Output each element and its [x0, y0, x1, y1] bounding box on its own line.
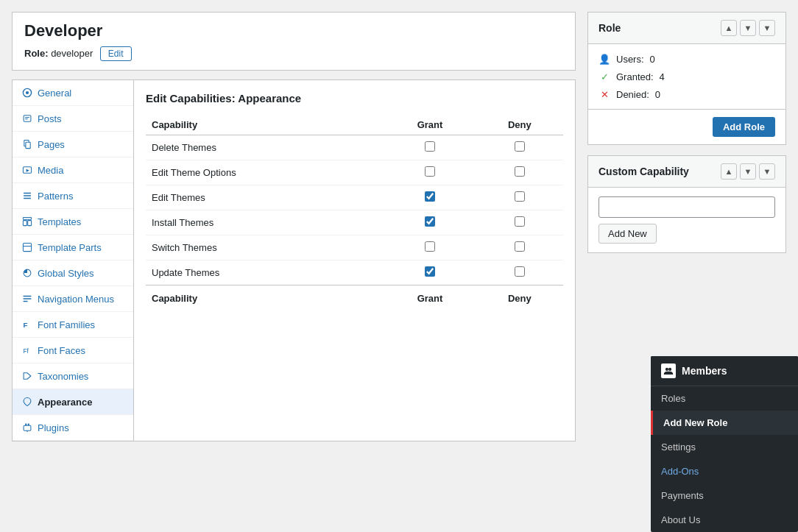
sidebar-item-label-font-families: Font Families [38, 319, 95, 330]
role-value: developer [51, 48, 93, 59]
capability-label-2: Edit Themes [146, 185, 384, 210]
dropdown-item-settings[interactable]: Settings [651, 435, 798, 459]
taxonomies-icon [21, 370, 33, 382]
page-title: Developer [24, 21, 563, 40]
sidebar-item-templates[interactable]: Templates [13, 209, 133, 235]
font-families-icon: F [21, 319, 33, 330]
granted-label: Granted: [616, 71, 654, 82]
grant-checkbox-3[interactable] [425, 216, 435, 227]
grant-cell-0 [384, 135, 476, 160]
custom-cap-body: Add New [588, 188, 785, 252]
x-icon: ✕ [598, 88, 610, 100]
sidebar-item-media[interactable]: Media [13, 157, 133, 183]
role-line: Role: developer Edit [24, 46, 563, 61]
footer-capability: Capability [146, 285, 384, 311]
patterns-icon [21, 190, 33, 202]
users-label: Users: [616, 54, 644, 65]
grant-cell-4 [384, 235, 476, 260]
add-role-row: Add Role [588, 109, 785, 144]
footer-grant: Grant [384, 285, 476, 311]
sidebar-item-font-families[interactable]: FFont Families [13, 312, 133, 338]
custom-capability-input[interactable] [598, 196, 775, 218]
svg-rect-2 [24, 116, 31, 121]
deny-checkbox-0[interactable] [515, 141, 525, 152]
dropdown-item-add-new-role[interactable]: Add New Role [651, 411, 798, 435]
sidebar-item-label-font-faces: Font Faces [38, 345, 85, 356]
sidebar-item-global-styles[interactable]: Global Styles [13, 260, 133, 286]
pages-icon [21, 138, 33, 150]
add-new-capability-button[interactable]: Add New [598, 224, 657, 244]
custom-cap-up-btn[interactable]: ▲ [721, 163, 737, 180]
sidebar-item-label-pages: Pages [38, 139, 65, 150]
template-parts-icon [21, 241, 33, 253]
capability-label-5: Update Themes [146, 260, 384, 285]
sidebar-item-template-parts[interactable]: Template Parts [13, 235, 133, 260]
role-label-text: Role: [24, 48, 49, 59]
left-panel: Developer Role: developer Edit GeneralPo… [12, 12, 576, 520]
dropdown-item-roles[interactable]: Roles [651, 386, 798, 411]
appearance-icon [21, 396, 33, 408]
grant-checkbox-5[interactable] [425, 266, 435, 277]
deny-cell-4 [476, 235, 563, 260]
deny-checkbox-1[interactable] [515, 166, 525, 177]
stat-users: 👤 Users: 0 [598, 53, 775, 65]
deny-checkbox-2[interactable] [515, 191, 525, 202]
sidebar-item-label-template-parts: Template Parts [38, 242, 102, 253]
granted-value: 4 [660, 71, 665, 82]
sidebar-item-pages[interactable]: Pages [13, 132, 133, 157]
grant-checkbox-1[interactable] [425, 166, 435, 177]
sidebar-item-navigation-menus[interactable]: Navigation Menus [13, 286, 133, 312]
sidebar-item-plugins[interactable]: Plugins [13, 415, 133, 441]
members-icon [661, 363, 676, 378]
col-header-grant: Grant [384, 115, 476, 135]
role-panel-down-btn[interactable]: ▼ [740, 20, 756, 36]
denied-value: 0 [655, 89, 660, 100]
add-role-button[interactable]: Add Role [713, 117, 775, 137]
edit-role-button[interactable]: Edit [100, 46, 132, 61]
custom-cap-down-btn[interactable]: ▼ [740, 163, 756, 180]
role-panel-collapse-btn[interactable]: ▼ [759, 20, 775, 36]
custom-cap-collapse-btn[interactable]: ▼ [759, 163, 775, 180]
sidebar-item-patterns[interactable]: Patterns [13, 183, 133, 209]
sidebar-nav: GeneralPostsPagesMediaPatternsTemplatesT… [13, 80, 134, 441]
deny-checkbox-4[interactable] [515, 241, 525, 252]
sidebar-item-posts[interactable]: Posts [13, 106, 133, 132]
sidebar-item-label-general: General [38, 88, 71, 99]
dropdown-item-about-us[interactable]: About Us [651, 508, 798, 532]
sidebar-item-label-taxonomies: Taxonomies [38, 371, 88, 382]
sidebar-item-general[interactable]: General [13, 80, 133, 106]
col-header-capability: Capability [146, 115, 384, 135]
sidebar-item-label-media: Media [38, 165, 63, 176]
grant-checkbox-4[interactable] [425, 241, 435, 252]
deny-cell-5 [476, 260, 563, 285]
sidebar-item-appearance[interactable]: Appearance [13, 389, 133, 415]
role-stats: 👤 Users: 0 ✓ Granted: 4 ✕ Denied: 0 [588, 44, 785, 109]
custom-cap-header: Custom Capability ▲ ▼ ▼ [588, 156, 785, 188]
deny-checkbox-3[interactable] [515, 216, 525, 227]
role-panel-up-btn[interactable]: ▲ [721, 20, 737, 36]
global-styles-icon [21, 267, 33, 279]
sidebar-item-label-global-styles: Global Styles [38, 268, 94, 279]
role-box-title: Role [598, 22, 621, 34]
sidebar-item-label-posts: Posts [38, 113, 62, 124]
svg-rect-19 [24, 425, 31, 430]
dropdown-item-add-ons[interactable]: Add-Ons [651, 459, 798, 483]
posts-icon [21, 113, 33, 124]
sidebar-item-label-patterns: Patterns [38, 191, 73, 202]
custom-cap-controls: ▲ ▼ ▼ [721, 163, 775, 180]
grant-checkbox-0[interactable] [425, 141, 435, 152]
sidebar-item-taxonomies[interactable]: Taxonomies [13, 363, 133, 389]
sidebar-item-label-appearance: Appearance [38, 397, 92, 408]
grant-checkbox-2[interactable] [425, 191, 435, 202]
stat-denied: ✕ Denied: 0 [598, 88, 775, 100]
check-icon: ✓ [598, 71, 610, 82]
sidebar-item-font-faces[interactable]: FfFont Faces [13, 338, 133, 363]
role-box-header: Role ▲ ▼ ▼ [588, 13, 785, 44]
deny-checkbox-5[interactable] [515, 266, 525, 277]
role-box-controls: ▲ ▼ ▼ [721, 20, 775, 36]
users-value: 0 [650, 54, 655, 65]
dropdown-item-payments[interactable]: Payments [651, 483, 798, 508]
svg-point-1 [26, 91, 29, 94]
table-row: Delete Themes [146, 135, 563, 160]
table-row: Install Themes [146, 210, 563, 235]
